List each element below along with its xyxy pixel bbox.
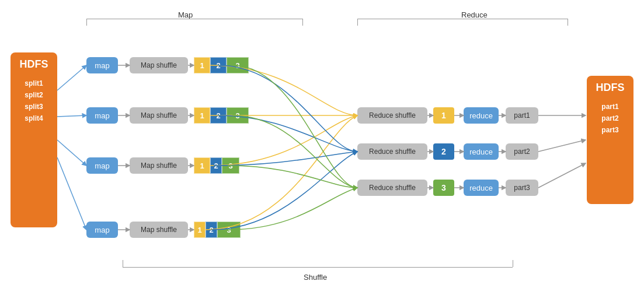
part3-4: 3 [217,222,241,238]
svg-line-1 [57,115,86,117]
part1-4: 1 [194,222,206,238]
map-shuffle-1: Map shuffle [130,57,188,73]
map-box-3: map [86,157,118,174]
hdfs-right: HDFS part1 part2 part3 [587,76,633,204]
svg-line-0 [57,65,86,90]
shuffle-section-label: Shuffle [304,273,327,282]
part2-out: part2 [601,114,618,122]
hdfs-right-title: HDFS [596,82,625,94]
split2: split2 [25,91,43,99]
reduce-bracket-right [568,19,569,26]
reduce-shuffle-3: Reduce shuffle [357,180,427,196]
reduce-action-3: reduce [464,180,499,196]
split1: split1 [25,79,43,87]
part3-3: 3 [222,157,239,174]
svg-line-3 [57,157,86,230]
part1-3: 1 [194,157,210,174]
hdfs-left-title: HDFS [20,58,48,71]
hdfs-left: HDFS split1 split2 split3 split4 [11,52,57,227]
split4: split4 [25,114,43,122]
map-shuffle-3: Map shuffle [130,157,188,174]
part-out-3: part3 [506,180,538,196]
shuffle-bracket-br [513,260,514,267]
part2-4: 2 [206,222,217,238]
part2-1: 2 [210,57,227,73]
map-box-4: map [86,222,118,238]
part-group-4: 1 2 3 [194,222,241,238]
map-bracket-right [302,19,304,26]
map-bracket-top [86,19,302,20]
part-out-2: part2 [506,143,538,160]
svg-line-23 [538,163,586,188]
map-box-2: map [86,107,118,124]
svg-line-2 [57,140,86,166]
reduce-out-2: 2 [433,143,454,160]
map-box-1: map [86,57,118,73]
part1-1: 1 [194,57,210,73]
arrows-svg [0,0,644,295]
part-group-2: 1 2 3 [194,107,249,124]
diagram-container: Map Reduce Shuffle HDFS split1 split2 sp… [0,0,644,295]
part-out-1: part1 [506,107,538,124]
shuffle-bracket-bottom [123,267,513,268]
map-shuffle-4: Map shuffle [130,222,188,238]
part3-out: part3 [601,126,618,134]
reduce-bracket-left [357,19,358,26]
map-shuffle-2: Map shuffle [130,107,188,124]
part2-3: 2 [210,157,222,174]
part-group-3: 1 2 3 [194,157,239,174]
reduce-action-1: reduce [464,107,499,124]
part2-2: 2 [210,107,227,124]
map-bracket-left [86,19,88,26]
split3: split3 [25,103,43,111]
reduce-shuffle-1: Reduce shuffle [357,107,427,124]
part1-2: 1 [194,107,210,124]
reduce-shuffle-2: Reduce shuffle [357,143,427,160]
part3-2: 3 [227,107,249,124]
shuffle-bracket-bl [123,260,124,267]
reduce-bracket-top [357,19,568,20]
reduce-out-3: 3 [433,180,454,196]
part1-out: part1 [601,103,618,111]
part3-1: 3 [227,57,249,73]
reduce-action-2: reduce [464,143,499,160]
svg-line-22 [538,140,586,152]
part-group-1: 1 2 3 [194,57,249,73]
reduce-section-label: Reduce [461,10,488,19]
reduce-out-1: 1 [433,107,454,124]
map-section-label: Map [178,10,193,19]
